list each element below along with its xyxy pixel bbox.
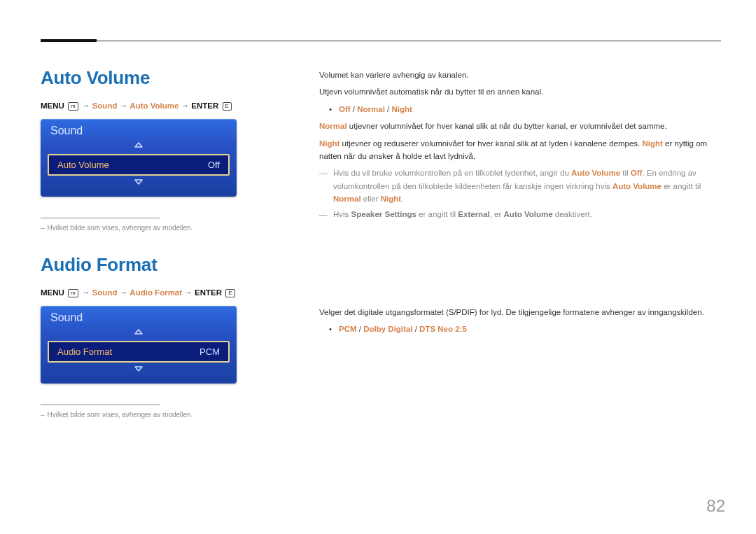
menu-row-label: Auto Volume (57, 160, 109, 170)
menu-header: Sound (41, 306, 237, 327)
body-text: Night utjevner og reduserer volumnivået … (319, 137, 721, 163)
auto-volume-body: Volumet kan variere avhengig av kanalen.… (319, 69, 721, 220)
chevron-down-icon (41, 364, 237, 377)
page-number: 82 (706, 496, 725, 516)
section-title-auto-volume: Auto Volume (41, 67, 277, 89)
menu-row-value: PCM (200, 346, 220, 357)
note-text: Hvis du vil bruke volumkontrollen på en … (319, 167, 721, 205)
menu-row-value: Off (208, 160, 220, 170)
menu-row-auto-volume[interactable]: Auto Volume Off (48, 154, 230, 176)
menu-icon: m (68, 289, 78, 297)
footnote: –Hvilket bilde som vises, avhenger av mo… (41, 409, 277, 420)
menu-header: Sound (41, 119, 237, 140)
body-text: Normal utjevner volumnivået for hver kan… (319, 120, 721, 132)
nav-path-auto-volume: MENU m → Sound → Auto Volume → ENTER E (41, 101, 277, 111)
enter-icon: E (223, 102, 232, 111)
body-text: Velger det digitale utgangsformatet (S/P… (319, 306, 721, 318)
body-text: Volumet kan variere avhengig av kanalen. (319, 69, 721, 81)
menu-icon: m (68, 102, 78, 111)
audio-format-body: Velger det digitale utgangsformatet (S/P… (319, 306, 721, 336)
enter-icon: E (225, 289, 234, 297)
footnote: –Hvilket bilde som vises, avhenger av mo… (41, 223, 277, 233)
sound-menu-auto-volume: Sound Auto Volume Off (41, 119, 237, 197)
section-title-audio-format: Audio Format (41, 254, 277, 276)
header-rule (41, 34, 721, 50)
sound-menu-audio-format: Sound Audio Format PCM (41, 306, 237, 384)
options-list: • PCM / Dolby Digital / DTS Neo 2:5 (329, 323, 721, 335)
chevron-up-icon (41, 327, 237, 339)
chevron-up-icon (41, 140, 237, 153)
menu-row-audio-format[interactable]: Audio Format PCM (48, 341, 230, 363)
body-text: Utjevn volumnivået automatisk når du byt… (319, 85, 721, 98)
chevron-down-icon (41, 177, 237, 190)
nav-path-audio-format: MENU m → Sound → Audio Format → ENTER E (41, 288, 277, 297)
menu-row-label: Audio Format (57, 346, 112, 357)
options-list: • Off / Normal / Night (329, 103, 721, 115)
note-text: Hvis Speaker Settings er angitt til Exte… (319, 208, 721, 220)
